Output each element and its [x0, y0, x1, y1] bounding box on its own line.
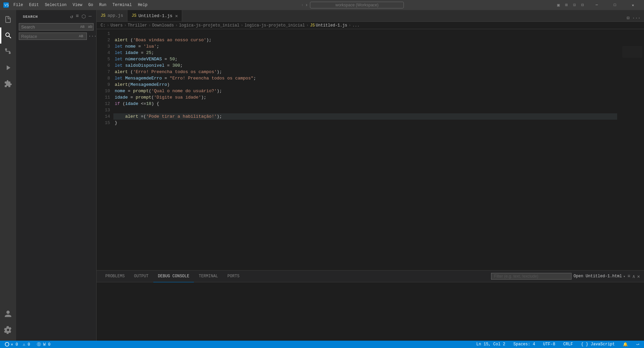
panel-right-actions: Open Untitled-1.html ▾ ≡ ∧ ✕ — [491, 273, 640, 280]
tab-active-js-icon: JS — [131, 13, 136, 18]
refresh-results-button[interactable]: ↺ — [69, 13, 74, 20]
tab-untitled-1[interactable]: JS Untitled-1.js ✕ — [127, 10, 182, 21]
more-search-options-button[interactable]: ··· — [88, 34, 97, 39]
breadcrumb-users[interactable]: Users — [111, 23, 123, 28]
search-box-container: AB ab .* — [16, 22, 96, 32]
search-sidebar: SEARCH ↺ ≡ ⬡ — AB ab .* AB — [16, 10, 97, 341]
activity-bar — [0, 10, 16, 341]
panel-tab-ports[interactable]: PORTS — [223, 271, 244, 282]
status-git-icon[interactable]: ✕ 0 ⚠ 0 — [3, 341, 32, 348]
code-content[interactable]: alert ('Boas vindas ao nosso curso'); le… — [113, 29, 617, 270]
close-button[interactable]: ✕ — [625, 0, 641, 10]
title-bar-right: ▣ ⊞ ⊡ ⊟ ─ □ ✕ — [555, 0, 641, 10]
status-feedback[interactable]: ⤻ — [634, 341, 641, 348]
panel-open-label: Open Untitled-1.html — [574, 274, 622, 279]
code-line-13 — [113, 107, 617, 113]
tab-close-button[interactable]: ✕ — [175, 13, 178, 19]
replace-row: AB ··· — [16, 32, 96, 41]
status-bar-right: Ln 15, Col 2 Spaces: 4 UTF-8 CRLF { } Ja… — [474, 341, 641, 348]
tab-js-icon: JS — [101, 13, 105, 18]
activity-explorer-icon[interactable] — [0, 11, 16, 27]
title-bar-center: ‹ › — [301, 2, 404, 8]
code-line-6: let saldoDisponível = 300; — [113, 62, 617, 69]
activity-account-icon[interactable] — [0, 306, 16, 322]
panel-open-dropdown: Open Untitled-1.html ▾ — [574, 274, 626, 279]
code-line-4: let idade = 25; — [113, 50, 617, 56]
tab-label: app.js — [107, 13, 123, 18]
activity-run-debug-icon[interactable] — [0, 60, 16, 76]
activity-search-icon[interactable] — [0, 27, 16, 44]
workspace-search-input[interactable] — [310, 2, 404, 8]
more-actions-button[interactable]: ··· — [632, 15, 641, 21]
breadcrumb-thriller[interactable]: Thriller — [128, 23, 147, 28]
collapse-all-button[interactable]: — — [88, 13, 92, 20]
nav-back-button[interactable]: ‹ — [301, 2, 304, 8]
panel-tab-terminal[interactable]: TERMINAL — [194, 271, 223, 282]
panel-dropdown-arrow[interactable]: ▾ — [623, 274, 626, 279]
search-input[interactable] — [21, 24, 77, 30]
menu-file[interactable]: File — [11, 2, 26, 8]
activity-source-control-icon[interactable] — [0, 44, 16, 60]
breadcrumb-downloads[interactable]: Downloads — [152, 23, 174, 28]
panel-content — [97, 282, 644, 341]
clear-results-button[interactable]: ≡ — [75, 13, 79, 20]
minimap — [617, 29, 644, 270]
breadcrumb-project1[interactable]: logica-js-projeto_inicial — [179, 23, 239, 28]
status-encoding[interactable]: UTF-8 — [541, 341, 557, 348]
remote-icon — [5, 342, 9, 347]
activity-settings-icon[interactable] — [0, 322, 16, 338]
activity-extensions-icon[interactable] — [0, 76, 16, 92]
replace-input[interactable] — [21, 34, 77, 39]
nav-arrows: ‹ › — [301, 2, 308, 8]
preserve-case-toggle[interactable]: AB — [77, 34, 85, 39]
tab-app-js[interactable]: JS app.js — [97, 10, 127, 21]
maximize-button[interactable]: □ — [607, 0, 623, 10]
menu-view[interactable]: View — [70, 2, 85, 8]
title-bar-left: VS File Edit Selection View Go Run Termi… — [3, 2, 150, 8]
layout-btn-3[interactable]: ⊡ — [571, 1, 578, 9]
breadcrumb-ellipsis[interactable]: ... — [352, 23, 360, 28]
split-editor-button[interactable]: ⊡ — [626, 14, 630, 21]
status-language[interactable]: { } JavaScript — [579, 341, 617, 348]
menu-terminal[interactable]: Terminal — [110, 2, 135, 8]
layout-btn-1[interactable]: ▣ — [555, 1, 562, 9]
code-line-7: alert ('Erro! Preencha todos os campos')… — [113, 69, 617, 75]
menu-go[interactable]: Go — [86, 2, 96, 8]
layout-btn-2[interactable]: ⊞ — [563, 1, 570, 9]
status-position[interactable]: Ln 15, Col 2 — [474, 341, 507, 348]
panel-close-button[interactable]: ✕ — [637, 274, 640, 279]
menu-edit[interactable]: Edit — [26, 2, 42, 8]
title-bar: VS File Edit Selection View Go Run Termi… — [0, 0, 644, 10]
breadcrumb-filename[interactable]: JSUntitled-1.js — [310, 23, 347, 28]
panel-collapse-button[interactable]: ∧ — [632, 274, 635, 279]
panel-tab-debug-console[interactable]: DEBUG CONSOLE — [153, 271, 194, 282]
panel-tab-problems[interactable]: PROBLEMS — [101, 271, 129, 282]
match-word-toggle[interactable]: ab — [87, 24, 94, 30]
status-sync-icon[interactable]: ⓪ W 0 — [35, 341, 53, 348]
minimize-button[interactable]: ─ — [589, 0, 604, 10]
panel-list-view-button[interactable]: ≡ — [628, 274, 630, 279]
status-spaces[interactable]: Spaces: 4 — [512, 341, 537, 348]
tab-actions: ⊡ ··· — [626, 14, 644, 21]
code-line-11: idade = prompt('Digite sua idade'); — [113, 94, 617, 101]
match-case-toggle[interactable]: AB — [79, 24, 86, 30]
menu-help[interactable]: Help — [135, 2, 150, 8]
panel-filter-input[interactable] — [491, 273, 572, 280]
layout-btn-4[interactable]: ⊟ — [579, 1, 586, 9]
search-input-wrap: AB ab .* — [19, 23, 94, 31]
code-line-9: alert(MensagemdeErro) — [113, 81, 617, 88]
menu-run[interactable]: Run — [97, 2, 109, 8]
svg-text:VS: VS — [4, 3, 9, 7]
open-in-editor-button[interactable]: ⬡ — [81, 13, 87, 20]
nav-forward-button[interactable]: › — [305, 2, 308, 8]
status-eol[interactable]: CRLF — [561, 341, 575, 348]
breadcrumb-drive[interactable]: C: — [101, 23, 105, 28]
code-line-12: if (idade <=18) { — [113, 101, 617, 107]
code-line-1 — [113, 31, 617, 37]
status-bar-left: ✕ 0 ⚠ 0 ⓪ W 0 — [3, 341, 52, 348]
menu-selection[interactable]: Selection — [42, 2, 69, 8]
vscode-logo-icon: VS — [3, 2, 9, 8]
panel-tab-output[interactable]: OUTPUT — [129, 271, 153, 282]
breadcrumb-project2[interactable]: logica-js-projeto_inicial — [245, 23, 305, 28]
status-notifications-bell[interactable]: 🔔 — [621, 341, 630, 348]
